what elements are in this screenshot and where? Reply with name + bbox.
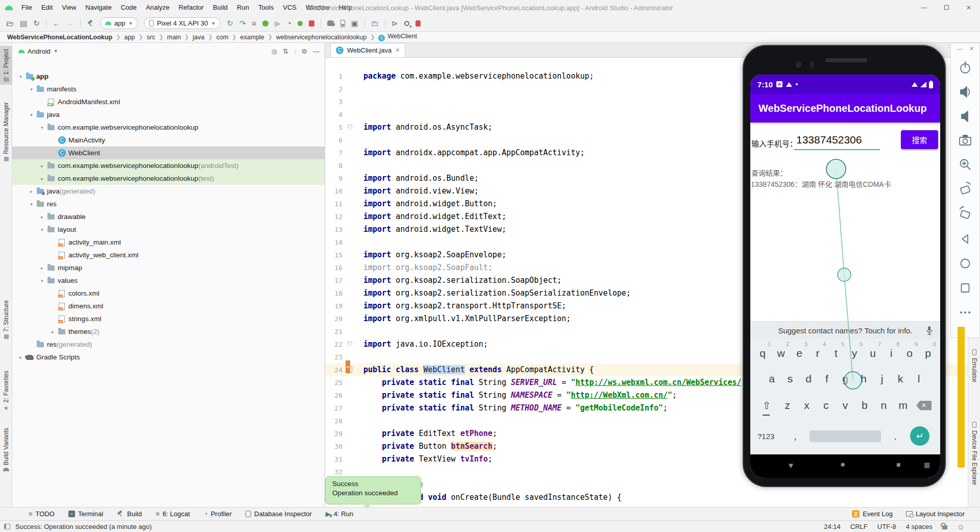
hide-panel-icon[interactable]: —: [313, 47, 320, 55]
mic-icon[interactable]: [925, 326, 933, 335]
profiler-icon[interactable]: ◔: [287, 19, 291, 28]
emulator-minimize-icon[interactable]: —: [957, 45, 962, 52]
toolwindow-profiler[interactable]: ◔Profiler: [204, 510, 232, 518]
caret-position[interactable]: 24:14: [824, 523, 841, 530]
key-g[interactable]: g: [836, 373, 854, 385]
event-log-button[interactable]: 2 Event Log: [852, 510, 893, 518]
tree-expand-arrow[interactable]: ▸: [27, 189, 36, 194]
tree-item-java[interactable]: ▸java (generated): [12, 185, 325, 198]
breadcrumb-item[interactable]: com: [216, 34, 229, 41]
tree-expand-arrow[interactable]: ▸: [48, 329, 57, 334]
sidebar-item-resource-manager[interactable]: Resource Manager: [0, 99, 12, 164]
tree-item-com-example-webservicephonelocationlookup[interactable]: ▸com.example.webservicephonelocationlook…: [12, 172, 325, 185]
breadcrumb-item[interactable]: src: [146, 34, 155, 41]
tree-item-res[interactable]: res (generated): [12, 338, 325, 351]
menu-build[interactable]: Build: [208, 4, 232, 11]
close-icon[interactable]: ✕: [395, 47, 400, 54]
tree-expand-arrow[interactable]: ▾: [38, 227, 46, 232]
menu-code[interactable]: Code: [116, 4, 141, 11]
save-icon[interactable]: ▤: [20, 19, 27, 28]
sidebar-item-favorites[interactable]: 2: Favorites ★: [0, 368, 12, 414]
build-hammer-icon[interactable]: [87, 20, 94, 27]
breadcrumb-item[interactable]: app: [124, 34, 135, 41]
menu-tools[interactable]: Tools: [254, 4, 278, 11]
menu-view[interactable]: View: [57, 4, 81, 11]
menu-file[interactable]: File: [17, 4, 37, 11]
key-c[interactable]: c: [816, 399, 836, 412]
shift-key[interactable]: ⇧: [755, 399, 778, 412]
key-q[interactable]: q1: [753, 347, 772, 359]
tree-item-res[interactable]: ▾res: [12, 198, 325, 210]
layout-inspector-button[interactable]: Layout Inspector: [906, 510, 965, 518]
keyboard-suggestion-bar[interactable]: Suggest contact names? Touch for info.: [750, 321, 940, 339]
menu-vcs[interactable]: VCS: [278, 4, 301, 11]
sidebar-item-emulator[interactable]: Emulator: [968, 349, 980, 382]
sidebar-item-build-variants[interactable]: Build Variants: [0, 425, 12, 474]
tree-expand-arrow[interactable]: ▾: [27, 112, 36, 117]
device-combo[interactable]: Pixel 4 XL API 30 ▼: [144, 17, 220, 29]
maximize-button[interactable]: [935, 0, 958, 15]
breadcrumb-item[interactable]: java: [193, 34, 205, 41]
tree-expand-arrow[interactable]: ▸: [38, 265, 46, 271]
key-o[interactable]: o9: [900, 347, 919, 359]
file-encoding[interactable]: UTF-8: [877, 523, 896, 530]
gradle-sync-icon[interactable]: [327, 20, 334, 26]
search-icon[interactable]: [404, 21, 409, 26]
tool-window-toggle-icon[interactable]: [4, 524, 10, 529]
fold-region-icon[interactable]: [348, 342, 352, 347]
code-line-34[interactable]: 34 protected void onCreate(Bundle savedI…: [325, 491, 980, 504]
tree-item-layout[interactable]: ▾layout: [12, 223, 325, 236]
key-u[interactable]: u7: [864, 347, 882, 359]
forward-icon[interactable]: →: [66, 19, 74, 28]
key-w[interactable]: w2: [772, 347, 790, 359]
close-button[interactable]: ✕: [958, 0, 980, 15]
indent-setting[interactable]: 4 spaces: [906, 523, 933, 530]
emulator-buttons[interactable]: [956, 57, 974, 323]
tree-item-mainactivity[interactable]: CMainActivity: [12, 134, 325, 147]
sidebar-item-device-file-explorer[interactable]: Device File Explorer: [968, 422, 980, 485]
key-s[interactable]: s: [781, 373, 799, 385]
space-key[interactable]: [806, 430, 884, 442]
debug-icon[interactable]: [262, 20, 268, 27]
toolwindow-6-logcat[interactable]: ≡6: Logcat: [156, 510, 190, 518]
key-p[interactable]: p0: [919, 347, 937, 359]
tree-expand-arrow[interactable]: ▾: [38, 125, 46, 130]
apply-changes-icon[interactable]: ↷: [239, 19, 246, 28]
sdk-manager-icon[interactable]: ▣: [351, 19, 358, 28]
breadcrumb-item[interactable]: example: [240, 34, 264, 41]
key-i[interactable]: i8: [882, 347, 900, 359]
menu-run[interactable]: Run: [232, 4, 254, 11]
tree-item-colors-xml[interactable]: colors.xml: [12, 287, 325, 300]
tree-item-activity-main-xml[interactable]: activity_main.xml: [12, 236, 325, 249]
tree-expand-arrow[interactable]: ▸: [38, 163, 46, 168]
run-config-combo[interactable]: app ▼: [100, 17, 138, 29]
tree-item-androidmanifest-xml[interactable]: AndroidManifest.xml: [12, 95, 325, 108]
sync-icon[interactable]: ↻: [33, 19, 40, 28]
attach-profiler-icon[interactable]: [298, 21, 303, 26]
tree-expand-arrow[interactable]: ▾: [27, 202, 36, 207]
search-button[interactable]: 搜索: [901, 130, 938, 149]
phone-number-input[interactable]: 13387452306: [796, 134, 862, 146]
run-tasks-icon[interactable]: ≡: [252, 19, 256, 28]
key-z[interactable]: z: [778, 399, 797, 412]
tree-item-app[interactable]: ▾app: [12, 70, 325, 83]
tree-expand-arrow[interactable]: ▸: [16, 355, 25, 360]
minimize-button[interactable]: —: [913, 0, 935, 15]
symbols-key[interactable]: ?123: [757, 432, 784, 441]
nav-overview-icon[interactable]: ■: [896, 461, 900, 469]
emulator-close-icon[interactable]: ✕: [969, 45, 974, 52]
nav-home-icon[interactable]: ●: [840, 460, 845, 470]
open-icon[interactable]: 🗁: [6, 19, 14, 28]
tree-item-java[interactable]: ▾java: [12, 108, 325, 121]
breadcrumb-item[interactable]: CWebClient: [378, 33, 416, 41]
key-h[interactable]: h: [854, 373, 873, 385]
profile-apk-icon[interactable]: [415, 20, 421, 27]
toolwindow-database-inspector[interactable]: Database Inspector: [246, 510, 312, 518]
backspace-key[interactable]: ✕: [916, 401, 932, 410]
tree-expand-arrow[interactable]: ▸: [38, 176, 46, 181]
key-t[interactable]: t5: [827, 347, 845, 359]
tree-item-activity-web-client-xml[interactable]: activity_web_client.xml: [12, 249, 325, 261]
sidebar-item-structure[interactable]: 7: Structure: [0, 297, 12, 342]
tree-expand-arrow[interactable]: ▾: [38, 278, 46, 283]
breadcrumb-item[interactable]: webservicephonelocationlookup: [276, 34, 366, 41]
